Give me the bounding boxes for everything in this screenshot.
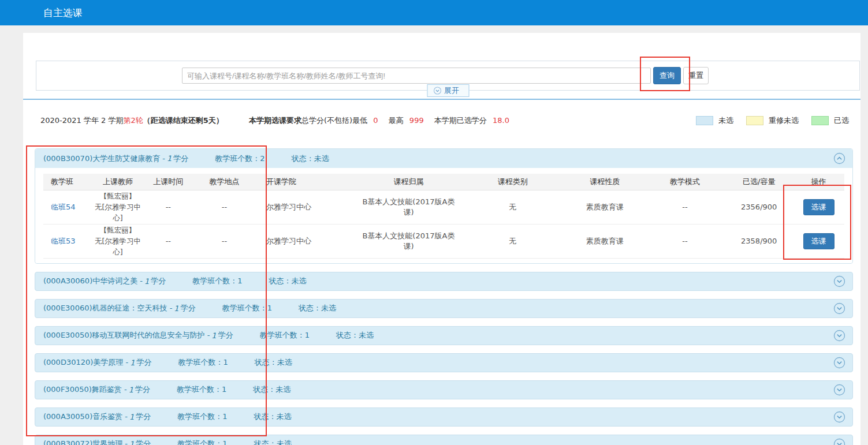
cell-college: 尔雅学习中心 — [259, 224, 356, 258]
course-credit: 1 — [174, 304, 178, 313]
round-text: 第2轮 — [124, 116, 143, 125]
course-class-count: 教学班个数：1 — [222, 303, 272, 313]
course-panel: (000D30120)美学原理 - 1 学分 教学班个数：1 状态：未选 — [35, 353, 853, 372]
column-header: 上课时间 — [147, 174, 190, 190]
cell-time: -- — [147, 224, 190, 258]
teacher-line: 【甄宏丽】 — [91, 190, 144, 201]
select-course-button[interactable]: 选课 — [803, 199, 835, 215]
course-class-count: 教学班个数：1 — [177, 439, 227, 445]
cell-nature: 素质教育课 — [565, 190, 645, 224]
cell-capacity: 2356/900 — [725, 190, 793, 224]
reset-button[interactable]: 重置 — [683, 67, 709, 84]
course-header[interactable]: (000D30120)美学原理 - 1 学分 教学班个数：1 状态：未选 — [35, 353, 853, 372]
course-status: 状态：未选 — [254, 439, 292, 445]
course-header[interactable]: (000A30050)音乐鉴赏 - 1 学分 教学班个数：1 状态：未选 — [35, 407, 853, 427]
expand-label: 展开 — [444, 85, 459, 96]
column-header: 教学模式 — [645, 174, 725, 190]
chevron-down-icon[interactable] — [833, 438, 845, 445]
course-header[interactable]: (000B30072)世界地理 - 1 学分 教学班个数：1 状态：未选 — [35, 435, 853, 445]
info-bar: 2020-2021 学年 2 学期第2轮（距选课结束还剩5天） 本学期选课要求总… — [23, 100, 860, 126]
class-link[interactable]: 临班54 — [51, 203, 76, 211]
course-credit: 1 — [130, 358, 135, 367]
teacher-line: 【甄宏丽】 — [91, 225, 144, 235]
course-status: 状态：未选 — [292, 154, 329, 164]
main-panel: 查询 重置 展开 2020-2021 学年 2 学期第2轮（距选课结束还剩5天）… — [23, 33, 860, 445]
credit-suffix: 学分 — [218, 330, 233, 341]
course-title: (000E30050)移动互联网时代的信息安全与防护 - — [43, 330, 210, 341]
semester-info: 2020-2021 学年 2 学期第2轮（距选课结束还剩5天） 本学期选课要求总… — [40, 115, 683, 126]
course-class-count: 教学班个数：1 — [178, 357, 228, 368]
max-credit: 999 — [409, 116, 424, 125]
course-panel: (000B30070)大学生防艾健康教育 - 1 学分 教学班个数：2 状态：未… — [35, 148, 853, 264]
term-text: 2020-2021 学年 2 学期 — [40, 116, 124, 125]
column-header: 课程归属 — [356, 174, 460, 190]
legend-label: 未选 — [718, 115, 733, 126]
teacher-line: 无[尔雅学习中心] — [91, 235, 144, 258]
cell-action: 选课 — [793, 190, 844, 224]
column-header: 已选/容量 — [725, 174, 793, 190]
course-title: (000E30060)机器的征途：空天科技 - — [43, 303, 172, 313]
course-title: (000F30050)舞蹈鉴赏 - — [43, 384, 127, 395]
course-class-count: 教学班个数：1 — [177, 384, 226, 395]
cell-place: -- — [190, 224, 259, 258]
cell-mode: -- — [645, 190, 725, 224]
cell-place: -- — [190, 190, 259, 224]
column-header: 课程类别 — [461, 174, 565, 190]
chevron-down-icon[interactable] — [833, 302, 845, 315]
course-body: 教学班上课教师上课时间教学地点开课学院课程归属课程类别课程性质教学模式已选/容量… — [35, 174, 852, 263]
course-header[interactable]: (000B30070)大学生防艾健康教育 - 1 学分 教学班个数：2 状态：未… — [35, 149, 852, 168]
credit-suffix: 学分 — [136, 412, 151, 422]
course-class-count: 教学班个数：2 — [215, 154, 265, 164]
course-credit: 1 — [129, 413, 134, 421]
chevron-up-icon[interactable] — [833, 152, 845, 164]
cell-capacity: 2358/900 — [725, 224, 793, 258]
course-header[interactable]: (000A30060)中华诗词之美 - 1 学分 教学班个数：1 状态：未选 — [35, 272, 853, 291]
course-credit: 1 — [144, 277, 149, 286]
course-status: 状态：未选 — [254, 412, 292, 422]
cell-nature: 素质教育课 — [565, 224, 645, 258]
cell-teacher: 【甄宏丽】无[尔雅学习中心] — [89, 224, 147, 258]
cell-category: 无 — [461, 190, 565, 224]
expand-toggle[interactable]: 展开 — [427, 84, 469, 97]
chevron-down-icon[interactable] — [833, 330, 845, 342]
chevron-down-icon[interactable] — [833, 384, 845, 396]
class-row: 临班54【甄宏丽】无[尔雅学习中心]----尔雅学习中心B基本人文技能(2017… — [43, 190, 844, 224]
course-title: (000A30060)中华诗词之美 - — [43, 276, 143, 286]
chevron-down-icon[interactable] — [833, 275, 845, 287]
column-header: 课程性质 — [565, 174, 645, 190]
legend-label: 已选 — [834, 115, 849, 126]
legend-swatch — [811, 116, 829, 125]
course-status: 状态：未选 — [253, 384, 290, 395]
course-header[interactable]: (000F30050)舞蹈鉴赏 - 1 学分 教学班个数：1 状态：未选 — [35, 380, 853, 399]
cell-class-name: 临班54 — [43, 190, 89, 224]
max-label: 最高 — [389, 116, 404, 125]
course-credit: 1 — [129, 386, 133, 394]
column-header: 上课教师 — [89, 174, 147, 190]
class-link[interactable]: 临班53 — [51, 237, 76, 245]
course-panel: (000E30060)机器的征途：空天科技 - 1 学分 教学班个数：1 状态：… — [35, 299, 853, 318]
selected-credit: 18.0 — [493, 116, 509, 125]
course-credit: 1 — [167, 154, 172, 163]
course-title: (000B30072)世界地理 - — [43, 439, 128, 445]
course-list: (000B30070)大学生防艾健康教育 - 1 学分 教学班个数：2 状态：未… — [35, 148, 853, 445]
credit-suffix: 学分 — [151, 276, 166, 286]
cell-class-name: 临班53 — [43, 224, 89, 258]
course-header[interactable]: (000E30050)移动互联网时代的信息安全与防护 - 1 学分 教学班个数：… — [35, 326, 853, 345]
course-title: (000B30070)大学生防艾健康教育 - — [43, 154, 165, 164]
search-input[interactable] — [182, 68, 651, 84]
class-row: 临班53【甄宏丽】无[尔雅学习中心]----尔雅学习中心B基本人文技能(2017… — [43, 224, 844, 258]
requirement-text: 总学分(不包括)最低 — [301, 116, 367, 125]
course-header[interactable]: (000E30060)机器的征途：空天科技 - 1 学分 教学班个数：1 状态：… — [35, 299, 853, 318]
chevron-down-icon[interactable] — [833, 357, 845, 369]
selected-label: 本学期已选学分 — [434, 116, 487, 125]
query-button[interactable]: 查询 — [653, 67, 681, 84]
column-header: 教学班 — [43, 174, 89, 190]
top-navbar: 自主选课 — [0, 0, 868, 25]
credit-suffix: 学分 — [136, 439, 151, 445]
select-course-button[interactable]: 选课 — [803, 233, 835, 249]
course-class-count: 教学班个数：1 — [260, 330, 310, 341]
legend-item: 已选 — [811, 115, 849, 126]
legend-swatch — [696, 116, 713, 125]
column-header: 教学地点 — [190, 174, 259, 190]
chevron-down-icon[interactable] — [833, 411, 845, 423]
